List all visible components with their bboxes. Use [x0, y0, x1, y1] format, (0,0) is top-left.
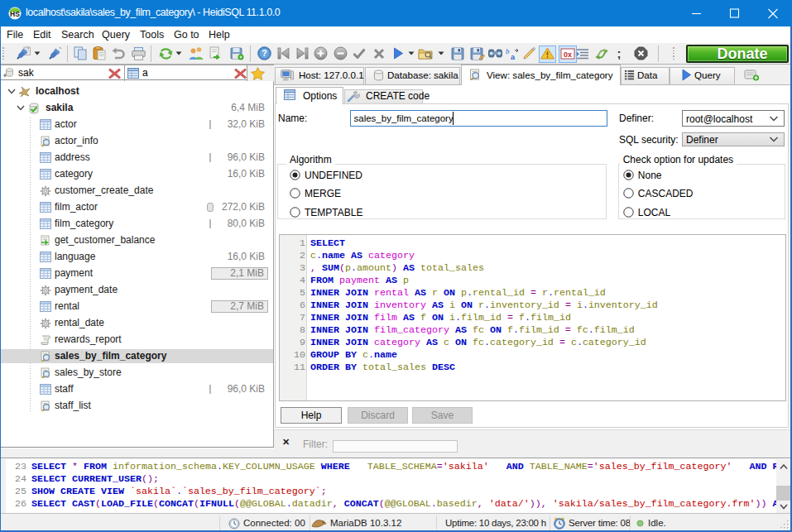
svg-text:?: ?: [262, 48, 266, 58]
svg-text:b: b: [506, 47, 510, 55]
svg-text:;: ;: [617, 47, 622, 60]
svg-text:a: a: [511, 53, 516, 60]
svg-text:0x: 0x: [564, 50, 572, 58]
svg-text:HS: HS: [10, 10, 20, 18]
